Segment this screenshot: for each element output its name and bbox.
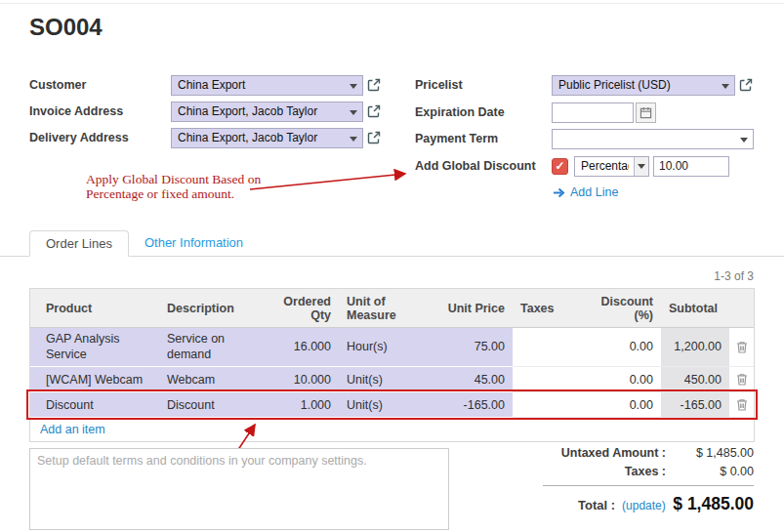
cell-price[interactable]: -165.00	[438, 392, 513, 418]
customer-value: China Export	[178, 78, 345, 92]
payment-term-select[interactable]	[552, 129, 754, 149]
order-lines-table: Product Description Ordered Qty Unit of …	[29, 288, 755, 442]
total-row: Total : (update) $ 1,485.00	[543, 494, 754, 514]
field-invoice-address: Invoice Address China Export, Jacob Tayl…	[29, 101, 381, 122]
cell-product[interactable]: GAP Analysis Service	[30, 328, 159, 367]
global-discount-label: Add Global Discount	[415, 159, 552, 173]
expiration-date-input[interactable]	[552, 102, 634, 123]
header-ordered-qty: Ordered Qty	[256, 289, 339, 327]
tab-bar: Order Lines Other Information	[0, 230, 784, 257]
cell-discount[interactable]: 0.00	[571, 328, 661, 367]
cell-price[interactable]: 75.00	[438, 328, 513, 367]
tab-order-lines[interactable]: Order Lines	[29, 230, 129, 257]
cell-subtotal: -165.00	[661, 392, 729, 418]
cell-description[interactable]: Webcam	[159, 367, 256, 392]
chevron-down-icon	[350, 110, 357, 115]
annotation-line2: Percentage or fixed amount.	[86, 186, 261, 201]
cell-discount[interactable]: 0.00	[571, 367, 661, 392]
annotation-global-discount: Apply Global Discount Based on Percentag…	[86, 172, 261, 201]
invoice-address-label: Invoice Address	[29, 104, 171, 118]
annotation-line1: Apply Global Discount Based on	[86, 172, 261, 186]
cell-qty[interactable]: 16.000	[256, 328, 339, 367]
pricelist-value: Public Pricelist (USD)	[558, 78, 717, 92]
add-an-item-link[interactable]: Add an item	[30, 418, 754, 441]
totals-divider	[543, 485, 754, 486]
cell-taxes[interactable]	[513, 328, 571, 367]
untaxed-label: Untaxed Amount :	[543, 446, 666, 460]
annotation-arrow	[246, 163, 417, 198]
pager: 1-3 of 3	[714, 269, 754, 283]
calendar-icon[interactable]	[636, 102, 656, 123]
cell-discount[interactable]: 0.00	[571, 392, 661, 418]
page-title: SO004	[29, 14, 103, 41]
arrow-right-icon	[553, 187, 565, 198]
cell-taxes[interactable]	[513, 367, 571, 392]
trash-icon[interactable]	[729, 367, 754, 391]
top-divider	[0, 3, 784, 4]
pricelist-select[interactable]: Public Pricelist (USD)	[552, 75, 735, 96]
cell-subtotal: 450.00	[661, 367, 729, 392]
field-delivery-address: Delivery Address China Export, Jacob Tay…	[29, 127, 381, 148]
header-subtotal: Subtotal	[661, 289, 729, 327]
totals-panel: Untaxed Amount : $ 1,485.00 Taxes : $ 0.…	[543, 446, 754, 514]
cell-uom[interactable]: Unit(s)	[339, 392, 438, 418]
chevron-down-icon	[350, 137, 357, 142]
field-customer: Customer China Export	[29, 74, 381, 96]
chevron-down-icon	[740, 138, 748, 143]
delivery-address-value: China Export, Jacob Taylor	[178, 131, 345, 144]
field-expiration-date: Expiration Date	[415, 102, 656, 123]
cell-price[interactable]: 45.00	[438, 367, 513, 392]
external-link-icon[interactable]	[367, 131, 381, 144]
cell-uom[interactable]: Unit(s)	[339, 367, 438, 392]
add-line-button[interactable]: Add Line	[553, 185, 618, 199]
external-link-icon[interactable]	[367, 104, 381, 118]
terms-textarea[interactable]	[29, 448, 449, 530]
invoice-address-value: China Export, Jacob Taylor	[178, 104, 345, 118]
table-row-discount: Discount Discount 1.000 Unit(s) -165.00 …	[30, 392, 754, 418]
untaxed-value: $ 1,485.00	[666, 446, 754, 460]
header-unit-of-measure: Unit of Measure	[339, 289, 438, 327]
tab-other-information-label: Other Information	[144, 235, 243, 250]
field-payment-term: Payment Term	[415, 128, 754, 149]
discount-type-select[interactable]: Percentage	[574, 156, 649, 177]
total-label: Total :	[578, 498, 615, 512]
payment-term-label: Payment Term	[415, 132, 552, 145]
cell-qty[interactable]: 1.000	[256, 392, 339, 418]
field-pricelist: Pricelist Public Pricelist (USD)	[415, 74, 753, 96]
delivery-address-label: Delivery Address	[29, 131, 171, 144]
header-discount: Discount (%)	[571, 289, 661, 327]
header-taxes: Taxes	[513, 289, 571, 327]
expiration-date-label: Expiration Date	[415, 105, 552, 119]
discount-amount-input[interactable]	[653, 156, 729, 177]
cell-uom[interactable]: Hour(s)	[339, 328, 438, 367]
customer-label: Customer	[29, 78, 171, 92]
customer-select[interactable]: China Export	[171, 75, 363, 96]
cell-product[interactable]: Discount	[30, 392, 159, 418]
cell-description[interactable]: Discount	[159, 392, 256, 418]
update-link[interactable]: (update)	[622, 499, 666, 512]
total-value: $ 1,485.00	[666, 494, 754, 514]
cell-description[interactable]: Service on demand	[159, 328, 256, 367]
trash-icon[interactable]	[729, 392, 754, 417]
header-product: Product	[30, 289, 159, 327]
chevron-down-icon	[634, 157, 648, 176]
discount-type-value: Percentage	[581, 159, 629, 173]
global-discount-checkbox[interactable]	[552, 158, 568, 175]
tab-order-lines-label: Order Lines	[46, 236, 112, 251]
trash-icon[interactable]	[729, 328, 754, 366]
external-link-icon[interactable]	[739, 78, 753, 92]
header-description: Description	[159, 289, 256, 327]
invoice-address-select[interactable]: China Export, Jacob Taylor	[171, 102, 363, 122]
field-global-discount: Add Global Discount Percentage	[415, 155, 729, 177]
cell-qty[interactable]: 10.000	[256, 367, 339, 392]
taxes-label: Taxes :	[543, 465, 666, 478]
external-link-icon[interactable]	[367, 78, 381, 92]
tab-other-information[interactable]: Other Information	[129, 229, 259, 256]
cell-taxes[interactable]	[513, 392, 571, 418]
cell-subtotal: 1,200.00	[661, 328, 729, 367]
cell-product[interactable]: [WCAM] Webcam	[30, 367, 159, 392]
taxes-value: $ 0.00	[666, 465, 754, 478]
sale-order-form: SO004 Customer China Export Invoice Addr…	[0, 0, 784, 532]
delivery-address-select[interactable]: China Export, Jacob Taylor	[171, 128, 363, 148]
header-actions	[729, 289, 754, 327]
